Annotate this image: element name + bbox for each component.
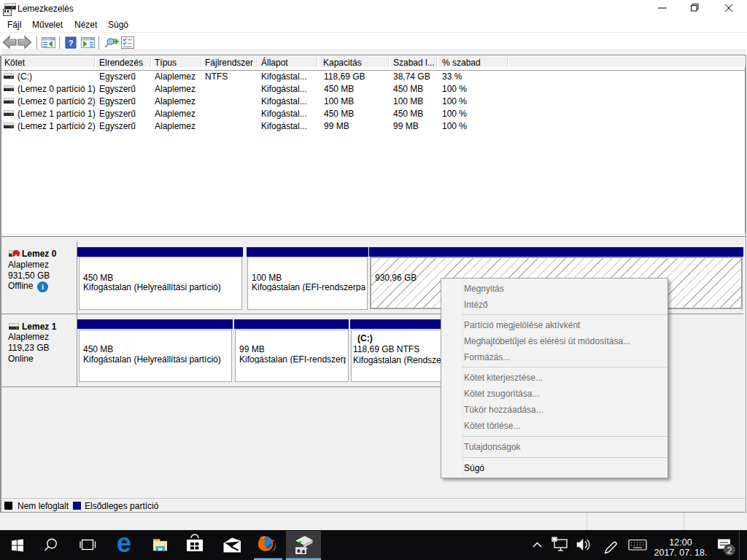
svg-text:2017. 07. 18.: 2017. 07. 18. xyxy=(654,548,708,558)
svg-text:?: ? xyxy=(69,39,74,47)
svg-text:e: e xyxy=(117,530,131,558)
svg-text:2: 2 xyxy=(727,545,732,556)
svg-text:12:00: 12:00 xyxy=(669,537,692,548)
